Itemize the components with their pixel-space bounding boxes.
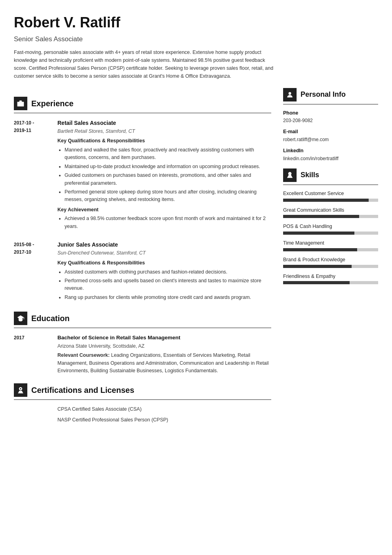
skills-divider	[283, 184, 378, 185]
education-title: Education	[31, 312, 70, 324]
exp-bullet-1-2: Rang up purchases for clients while prom…	[65, 294, 271, 301]
main-content: Experience 2017-10 - 2019-11Retail Sales…	[14, 88, 378, 427]
exp-bullets-1: Assisted customers with clothing purchas…	[57, 268, 271, 302]
experience-section-header: Experience	[14, 97, 271, 110]
certifications-divider	[14, 399, 271, 400]
svg-point-6	[289, 92, 291, 95]
education-divider	[14, 327, 271, 328]
right-column: Personal Info Phone 203-208-9082 E-mail …	[283, 88, 378, 289]
experience-list: 2017-10 - 2019-11Retail Sales AssociateB…	[14, 119, 271, 303]
header: Robert V. Ratliff Senior Sales Associate…	[14, 12, 378, 80]
phone-value: 203-208-9082	[283, 117, 378, 124]
exp-content-0: Retail Sales AssociateBartlett Retail St…	[57, 119, 271, 232]
exp-bullet-0-3: Performed general store upkeep during st…	[65, 188, 271, 204]
exp-dates-1: 2015-08 - 2017-10	[14, 241, 57, 303]
experience-divider	[14, 113, 271, 113]
left-column: Experience 2017-10 - 2019-11Retail Sales…	[14, 88, 271, 427]
candidate-summary: Fast-moving, personable sales associate …	[14, 48, 275, 80]
edu-coursework-0: Relevant Coursework: Leading Organizatio…	[57, 352, 271, 375]
exp-qual-heading-1: Key Qualifications & Responsibilities	[57, 259, 271, 267]
linkedin-value: linkedin.com/in/robertratliff	[283, 155, 378, 162]
candidate-title: Senior Sales Associate	[14, 34, 378, 44]
skill-name-5: Friendliness & Empathy	[283, 273, 378, 280]
skill-bar-fill-0	[283, 199, 369, 202]
exp-company-1: Sun-Drenched Outerwear, Stamford, CT	[57, 249, 271, 257]
skill-bar-bg-1	[283, 215, 378, 218]
skill-name-4: Brand & Product Knowledge	[283, 256, 378, 264]
skills-icon	[283, 168, 297, 182]
personal-info-title: Personal Info	[301, 89, 346, 100]
cert-entry-1: NASP Certified Professional Sales Person…	[14, 416, 271, 424]
exp-bullet-0-1: Maintained up-to-date product knowledge …	[65, 163, 271, 170]
certifications-list: CPSA Certified Sales Associate (CSA)NASP…	[14, 406, 271, 424]
education-list: 2017Bachelor of Science in Retail Sales …	[14, 334, 271, 375]
experience-entry-0: 2017-10 - 2019-11Retail Sales AssociateB…	[14, 119, 271, 232]
skill-bar-fill-1	[283, 215, 359, 218]
skill-bar-fill-3	[283, 248, 357, 251]
experience-title: Experience	[31, 98, 74, 109]
edu-school-0: Arizona State University, Scottsdale, AZ	[57, 343, 271, 350]
exp-ach-heading-0: Key Achievement	[57, 206, 271, 214]
education-section-header: Education	[14, 312, 271, 325]
experience-icon	[14, 97, 27, 110]
exp-bullet-0-2: Guided customers on purchases based on i…	[65, 172, 271, 187]
candidate-name: Robert V. Ratliff	[14, 12, 378, 33]
certifications-icon	[14, 383, 27, 397]
exp-bullets-0: Manned and walked the sales floor, proac…	[57, 146, 271, 204]
skill-bar-bg-2	[283, 232, 378, 235]
exp-content-1: Junior Sales AssociateSun-Drenched Outer…	[57, 241, 271, 303]
skill-name-2: POS & Cash Handling	[283, 223, 378, 230]
education-entry-0: 2017Bachelor of Science in Retail Sales …	[14, 334, 271, 375]
exp-company-0: Bartlett Retail Stores, Stamford, CT	[57, 128, 271, 135]
education-icon	[14, 312, 27, 325]
edu-year-0: 2017	[14, 334, 57, 375]
skill-name-3: Time Management	[283, 239, 378, 247]
exp-achievement-list-0: Achieved a 98.5% customer feedback score…	[57, 215, 271, 230]
skill-name-0: Excellent Customer Service	[283, 190, 378, 197]
skill-bar-fill-4	[283, 265, 352, 268]
svg-point-5	[20, 388, 21, 389]
personal-info-header: Personal Info	[283, 88, 378, 101]
skills-title: Skills	[301, 170, 319, 180]
certifications-section-header: Certifications and Licenses	[14, 383, 271, 397]
cert-entry-0: CPSA Certified Sales Associate (CSA)	[14, 406, 271, 413]
skills-list: Excellent Customer ServiceGreat Communic…	[283, 190, 378, 285]
edu-content-0: Bachelor of Science in Retail Sales Mana…	[57, 334, 271, 375]
personal-info-icon	[283, 88, 297, 101]
exp-job-title-0: Retail Sales Associate	[57, 119, 271, 127]
exp-bullet-1-0: Assisted customers with clothing purchas…	[65, 268, 271, 276]
exp-qual-heading-0: Key Qualifications & Responsibilities	[57, 137, 271, 145]
skill-bar-bg-4	[283, 265, 378, 268]
skill-bar-bg-5	[283, 281, 378, 284]
exp-job-title-1: Junior Sales Associate	[57, 241, 271, 249]
edu-degree-0: Bachelor of Science in Retail Sales Mana…	[57, 334, 271, 342]
skill-bar-bg-3	[283, 248, 378, 251]
phone-label: Phone	[283, 109, 378, 117]
certifications-title: Certifications and Licenses	[31, 384, 134, 396]
experience-entry-1: 2015-08 - 2017-10Junior Sales AssociateS…	[14, 241, 271, 303]
skill-bar-fill-5	[283, 281, 350, 284]
skill-bar-fill-2	[283, 232, 354, 235]
email-label: E-mail	[283, 128, 378, 136]
exp-achievement-0: Achieved a 98.5% customer feedback score…	[65, 215, 271, 230]
linkedin-label: LinkedIn	[283, 147, 378, 155]
email-value: robert.ratliff@me.com	[283, 136, 378, 143]
skill-name-1: Great Communication Skills	[283, 207, 378, 214]
skills-header: Skills	[283, 168, 378, 182]
exp-bullet-1-1: Performed cross-sells and upsells based …	[65, 277, 271, 293]
skill-bar-bg-0	[283, 199, 378, 202]
exp-dates-0: 2017-10 - 2019-11	[14, 119, 57, 232]
personal-info-divider	[283, 104, 378, 105]
exp-bullet-0-0: Manned and walked the sales floor, proac…	[65, 146, 271, 162]
